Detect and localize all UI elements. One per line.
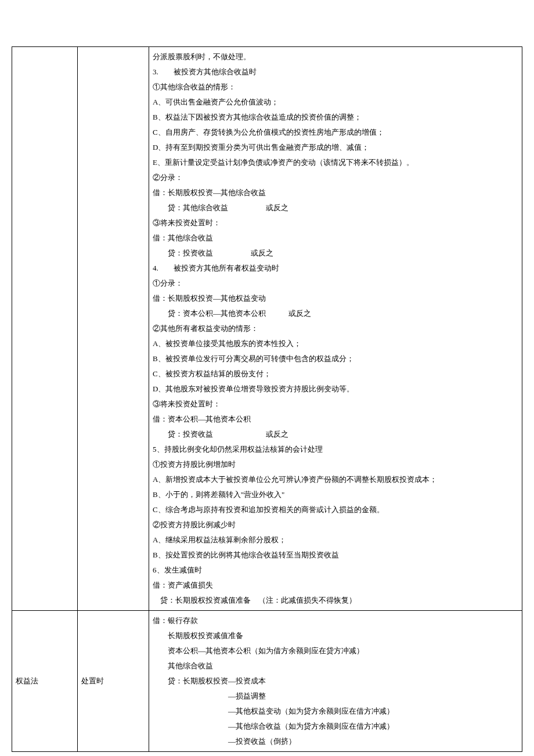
content-line: 其他综合收益 [153,658,518,674]
content-line: 借：长期股权投资—其他权益变动 [153,291,518,306]
content-line: 借：银行存款 [153,613,518,628]
content-line: 借：长期股权投资—其他综合收益 [153,185,518,200]
content-line: 5、持股比例变化却仍然采用权益法核算的会计处理 [153,442,518,457]
content-cell: 借：银行存款 长期股权投资减值准备 资本公积—其他资本公积（如为借方余额则应在贷… [149,611,522,752]
content-line: —投资收益（倒挤） [153,734,518,749]
content-line: 借：其他综合收益 [153,231,518,246]
content-line: A、继续采用权益法核算剩余部分股权； [153,532,518,548]
content-line: 贷：投资收益 或反之 [153,427,518,442]
content-line: 贷：投资收益 或反之 [153,246,518,261]
content-line: 贷：资本公积—其他资本公积 或反之 [153,306,518,321]
content-line: A、新增投资成本大于被投资单位公允可辨认净资产份额的不调整长期股权投资成本； [153,472,518,487]
content-line: C、综合考虑与原持有投资和追加投资相关的商誉或计入损益的金额。 [153,502,518,517]
content-line: 分派股票股利时，不做处理。 [153,49,518,64]
method-cell [12,47,78,611]
content-line: 长期股权投资减值准备 [153,628,518,643]
content-line: ①其他综合收益的情形： [153,80,518,95]
content-line: —损益调整 [153,689,518,704]
content-line: 贷：长期股权投资减值准备 （注：此减值损失不得恢复） [153,593,518,608]
method-cell: 权益法 [12,611,78,752]
content-line: B、权益法下因被投资方其他综合收益造成的投资价值的调整； [153,110,518,125]
method-label: 权益法 [16,676,38,685]
content-line: ②其他所有者权益变动的情形： [153,321,518,336]
content-line: 借：资产减值损失 [153,578,518,593]
content-cell: 分派股票股利时，不做处理。3. 被投资方其他综合收益时①其他综合收益的情形：A、… [149,47,522,611]
content-line: 4. 被投资方其他所有者权益变动时 [153,261,518,276]
content-line: ②投资方持股比例减少时 [153,517,518,532]
content-line: —其他综合收益（如为贷方余额则应在借方冲减） [153,719,518,734]
content-line: E、重新计量设定受益计划净负债或净资产的变动（该情况下将来不转损益）。 [153,155,518,170]
content-line: 3. 被投资方其他综合收益时 [153,64,518,80]
content-line: B、按处置投资的比例将其他综合收益转至当期投资收益 [153,548,518,563]
accounting-table: 分派股票股利时，不做处理。3. 被投资方其他综合收益时①其他综合收益的情形：A、… [12,46,522,752]
table-row: 分派股票股利时，不做处理。3. 被投资方其他综合收益时①其他综合收益的情形：A、… [12,47,522,611]
content-line: A、可供出售金融资产公允价值波动； [153,95,518,110]
content-line: 资本公积—其他资本公积（如为借方余额则应在贷方冲减） [153,643,518,658]
timing-cell [78,47,149,611]
table-row: 权益法 处置时 借：银行存款 长期股权投资减值准备 资本公积—其他资本公积（如为… [12,611,522,752]
content-line: ③将来投资处置时： [153,397,518,412]
content-line: ②分录： [153,170,518,185]
timing-cell: 处置时 [78,611,149,752]
content-line: —其他权益变动（如为贷方余额则应在借方冲减） [153,704,518,719]
content-line: B、小于的，则将差额转入"营业外收入" [153,487,518,502]
content-line: 贷：其他综合收益 或反之 [153,200,518,215]
timing-label: 处置时 [81,676,104,685]
content-line: C、自用房产、存货转换为公允价值模式的投资性房地产形成的增值； [153,125,518,140]
content-line: 6、发生减值时 [153,563,518,578]
content-line: D、持有至到期投资重分类为可供出售金融资产形成的增、减值； [153,140,518,155]
content-line: C、被投资方权益结算的股份支付； [153,366,518,381]
content-line: ①分录： [153,276,518,291]
content-line: 借：资本公积—其他资本公积 [153,412,518,427]
content-line: B、被投资单位发行可分离交易的可转债中包含的权益成分； [153,351,518,366]
footnote: '；. [12,752,522,756]
content-line: 贷：长期股权投资—投资成本 [153,674,518,689]
content-line: A、被投资单位接受其他股东的资本性投入； [153,336,518,351]
content-line: D、其他股东对被投资单位增资导致投资方持股比例变动等。 [153,381,518,397]
content-line: ①投资方持股比例增加时 [153,457,518,472]
content-line: ③将来投资处置时： [153,215,518,231]
